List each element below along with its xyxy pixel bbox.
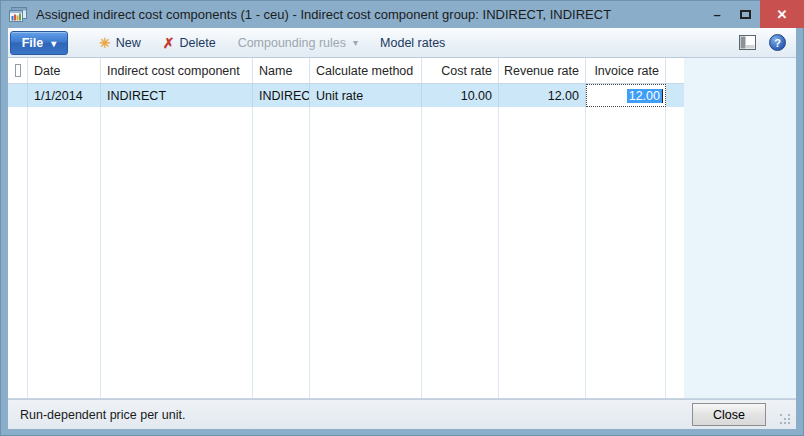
- grid-empty-area[interactable]: [8, 107, 684, 398]
- app-icon: [9, 7, 27, 22]
- resize-grip[interactable]: [780, 412, 792, 426]
- titlebar[interactable]: Assigned indirect cost components (1 - c…: [0, 0, 804, 28]
- cell-revenue-rate[interactable]: 12.00: [499, 84, 586, 107]
- selected-text: 12.00: [627, 89, 662, 103]
- column-header-invoice-rate[interactable]: Invoice rate: [586, 58, 666, 83]
- help-button[interactable]: ?: [769, 34, 786, 51]
- header-filler: [666, 58, 684, 83]
- cell-name[interactable]: INDIRECT: [253, 84, 310, 107]
- close-icon: ✕: [777, 7, 788, 22]
- minimize-button[interactable]: –: [704, 0, 730, 28]
- cell-cost-rate[interactable]: 10.00: [422, 84, 499, 107]
- column-header-cost-rate[interactable]: Cost rate: [422, 58, 499, 83]
- chevron-down-icon: ▾: [51, 38, 56, 49]
- status-message: Run-dependent price per unit.: [20, 408, 185, 422]
- chevron-down-icon: ▾: [353, 37, 358, 48]
- delete-icon: ✗: [163, 36, 175, 50]
- table-row[interactable]: 1/1/2014 INDIRECT INDIRECT Unit rate 10.…: [8, 84, 684, 107]
- grid-header-row: Date Indirect cost component Name Calcul…: [8, 58, 684, 84]
- minimize-icon: –: [713, 7, 720, 22]
- statusbar: Run-dependent price per unit. Close: [8, 399, 796, 429]
- new-button-label: New: [116, 36, 141, 50]
- delete-button[interactable]: ✗ Delete: [152, 31, 227, 55]
- column-header-revenue-rate[interactable]: Revenue rate: [499, 58, 586, 83]
- toolbar: File ▾ ✳ New ✗ Delete Compounding rules …: [8, 28, 796, 58]
- delete-button-label: Delete: [179, 36, 215, 50]
- model-rates-button[interactable]: Model rates: [369, 31, 456, 55]
- cell-calculate-method[interactable]: Unit rate: [310, 84, 422, 107]
- compounding-rules-label: Compounding rules: [238, 36, 346, 50]
- new-button[interactable]: ✳ New: [88, 31, 152, 55]
- close-window-button[interactable]: ✕: [760, 0, 804, 28]
- maximize-icon: [740, 10, 751, 19]
- compounding-rules-button: Compounding rules ▾: [227, 31, 369, 55]
- window-title: Assigned indirect cost components (1 - c…: [36, 7, 704, 22]
- grid: Date Indirect cost component Name Calcul…: [8, 58, 684, 399]
- file-menu-label: File: [22, 36, 44, 50]
- close-button[interactable]: Close: [692, 403, 766, 426]
- content-area: Date Indirect cost component Name Calcul…: [8, 58, 796, 399]
- text-caret: [662, 89, 663, 103]
- help-icon: ?: [774, 37, 781, 49]
- column-header-calculate-method[interactable]: Calculate method: [310, 58, 422, 83]
- maximize-button[interactable]: [730, 0, 760, 28]
- panes-icon[interactable]: [739, 35, 756, 50]
- select-all-checkbox[interactable]: [15, 64, 21, 77]
- toolbar-right: ?: [739, 34, 794, 51]
- cell-date[interactable]: 1/1/2014: [28, 84, 101, 107]
- cell-indirect-cost-component[interactable]: INDIRECT: [101, 84, 253, 107]
- cell-invoice-rate-editing[interactable]: 12.00: [586, 84, 666, 107]
- column-header-name[interactable]: Name: [253, 58, 310, 83]
- model-rates-label: Model rates: [380, 36, 445, 50]
- row-gutter[interactable]: [8, 84, 28, 107]
- file-menu-button[interactable]: File ▾: [10, 31, 68, 55]
- form-background: [684, 58, 796, 399]
- header-gutter: [8, 58, 28, 83]
- column-header-date[interactable]: Date: [28, 58, 101, 83]
- row-filler: [666, 84, 684, 107]
- window: Assigned indirect cost components (1 - c…: [0, 0, 804, 436]
- column-header-indirect-cost-component[interactable]: Indirect cost component: [101, 58, 253, 83]
- new-icon: ✳: [99, 36, 111, 50]
